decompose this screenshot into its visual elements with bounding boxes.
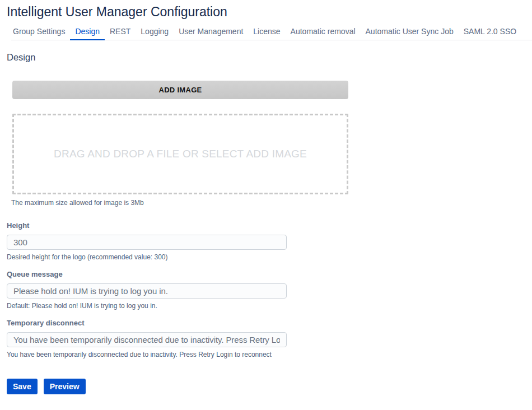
design-form: Height Desired height for the logo (reco… <box>7 221 287 358</box>
tab-automatic-removal[interactable]: Automatic removal <box>286 24 361 40</box>
action-buttons: Save Preview <box>7 379 532 394</box>
queue-message-input[interactable] <box>7 283 287 299</box>
section-heading: Design <box>7 52 532 63</box>
height-helper: Desired height for the logo (recommended… <box>7 253 287 261</box>
tab-logging[interactable]: Logging <box>136 24 174 40</box>
dropzone-hint-text: DRAG AND DROP A FILE OR SELECT ADD IMAGE <box>54 148 307 160</box>
tab-group-settings[interactable]: Group Settings <box>11 24 70 40</box>
queue-message-helper: Default: Please hold on! IUM is trying t… <box>7 302 287 310</box>
tab-license[interactable]: License <box>248 24 285 40</box>
tab-bar: Group Settings Design REST Logging User … <box>11 24 532 40</box>
page-title: Intelligent User Manager Configuration <box>7 4 532 19</box>
queue-message-label: Queue message <box>7 270 287 278</box>
save-button[interactable]: Save <box>7 379 38 394</box>
temporary-disconnect-label: Temporary disconnect <box>7 319 287 327</box>
preview-button[interactable]: Preview <box>44 379 86 394</box>
add-image-button[interactable]: ADD IMAGE <box>12 81 348 99</box>
tab-user-management[interactable]: User Management <box>174 24 248 40</box>
temporary-disconnect-input[interactable] <box>7 332 287 347</box>
temporary-disconnect-helper: You have been temporarily disconnected d… <box>7 351 287 358</box>
logo-upload-section: ADD IMAGE DRAG AND DROP A FILE OR SELECT… <box>12 81 348 207</box>
tab-rest[interactable]: REST <box>105 24 136 40</box>
tab-automatic-user-sync-job[interactable]: Automatic User Sync Job <box>361 24 459 40</box>
height-input[interactable] <box>7 235 287 250</box>
tab-saml-sso[interactable]: SAML 2.0 SSO <box>459 24 521 40</box>
tab-design[interactable]: Design <box>70 24 105 40</box>
image-dropzone[interactable]: DRAG AND DROP A FILE OR SELECT ADD IMAGE <box>12 114 348 194</box>
max-size-note: The maximum size allowed for image is 3M… <box>11 199 348 207</box>
height-label: Height <box>7 221 287 230</box>
height-field-group: Height Desired height for the logo (reco… <box>7 221 287 261</box>
queue-message-field-group: Queue message Default: Please hold on! I… <box>7 270 287 310</box>
temporary-disconnect-field-group: Temporary disconnect You have been tempo… <box>7 319 287 358</box>
